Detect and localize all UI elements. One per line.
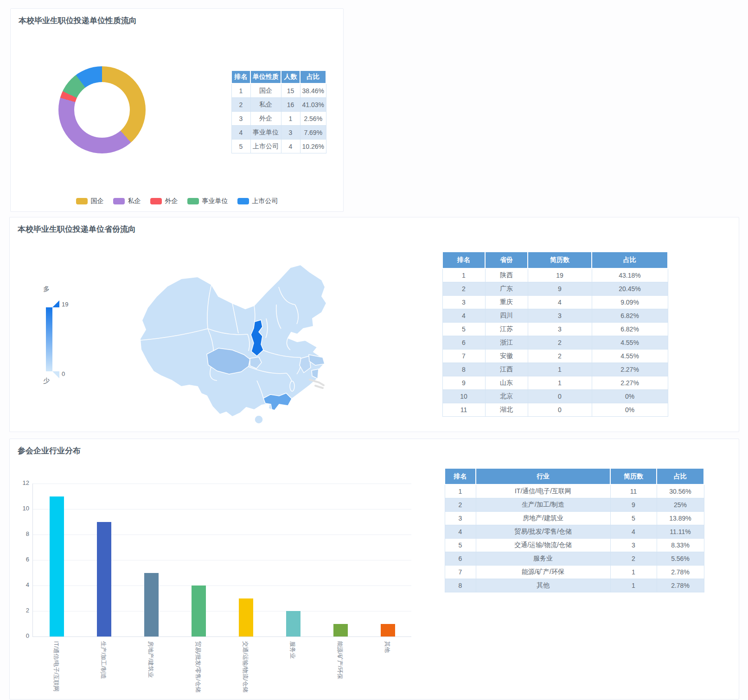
industry-bar[interactable] bbox=[97, 522, 111, 637]
table-row: 8江西12.27% bbox=[442, 363, 668, 376]
table-cell: 7 bbox=[442, 350, 485, 363]
table-cell: 19 bbox=[528, 268, 592, 282]
industry-bar[interactable] bbox=[192, 585, 206, 636]
table-cell: 房地产/建筑业 bbox=[476, 512, 610, 525]
visualmap-min-handle[interactable] bbox=[52, 371, 59, 378]
table-row: 2私企1641.03% bbox=[231, 98, 326, 112]
table-row: 9山东12.27% bbox=[442, 376, 668, 390]
y-axis-tick-label: 2 bbox=[10, 607, 29, 614]
table-cell: 25% bbox=[657, 498, 704, 512]
table-row: 7安徽24.55% bbox=[442, 350, 668, 363]
table-cell: 4.55% bbox=[592, 350, 668, 363]
table-cell: 2.56% bbox=[300, 112, 326, 126]
legend-item[interactable]: 上市公司 bbox=[237, 197, 278, 205]
table-row: 4事业单位37.69% bbox=[231, 126, 326, 140]
table-cell: 服务业 bbox=[476, 552, 610, 566]
table-cell: 2.78% bbox=[657, 566, 704, 579]
table-cell: 4.55% bbox=[592, 336, 668, 350]
panel-industry-distribution: 参会企业行业分布 024681012IT/通信/电子/互联网生产/加工/制造房地… bbox=[9, 439, 739, 700]
table-cell: 0% bbox=[592, 403, 668, 417]
gridline bbox=[33, 585, 411, 586]
table-cell: 5 bbox=[610, 512, 657, 525]
visualmap-max-handle[interactable] bbox=[52, 300, 59, 307]
industry-bar[interactable] bbox=[239, 598, 253, 637]
table-cell: 4 bbox=[445, 525, 476, 539]
legend-item[interactable]: 国企 bbox=[76, 197, 104, 205]
donut-legend: 国企私企外企事业单位上市公司 bbox=[11, 197, 343, 205]
industry-bar[interactable] bbox=[50, 496, 64, 637]
visualmap-gradient-bar[interactable] bbox=[46, 307, 52, 371]
industry-bar[interactable] bbox=[381, 624, 395, 637]
dashboard-page: 本校毕业生职位投递单位性质流向 排名单位性质人数占比1国企1538.46%2私企… bbox=[0, 0, 748, 700]
legend-item[interactable]: 事业单位 bbox=[187, 197, 228, 205]
table-header-row: 排名行业简历数占比 bbox=[445, 468, 704, 484]
table-cell: 3 bbox=[528, 309, 592, 323]
table-cell: 山东 bbox=[485, 376, 528, 390]
china-map[interactable] bbox=[137, 259, 332, 428]
table-cell: 7 bbox=[445, 566, 476, 579]
table-cell: 其他 bbox=[476, 579, 610, 592]
table-row: 3外企12.56% bbox=[231, 112, 326, 126]
table-cell: 11 bbox=[442, 403, 485, 417]
table-cell: 2 bbox=[528, 350, 592, 363]
unit-nature-donut-chart[interactable] bbox=[58, 66, 146, 153]
industry-bar[interactable] bbox=[333, 624, 348, 637]
column-header: 人数 bbox=[281, 70, 300, 83]
table-cell: 4 bbox=[442, 309, 485, 323]
table-cell: 交通/运输/物流/仓储 bbox=[476, 539, 610, 552]
table-row: 10北京00% bbox=[442, 390, 668, 403]
table-cell: 3 bbox=[528, 323, 592, 336]
bar-plot-area[interactable] bbox=[32, 484, 411, 637]
legend-swatch-icon bbox=[150, 198, 162, 204]
table-row: 6服务业25.56% bbox=[445, 552, 704, 566]
table-cell: 浙江 bbox=[485, 336, 528, 350]
legend-label: 私企 bbox=[128, 197, 141, 205]
legend-item[interactable]: 外企 bbox=[150, 197, 178, 205]
table-cell: IT/通信/电子/互联网 bbox=[476, 484, 610, 498]
table-row: 2生产/加工/制造925% bbox=[445, 498, 704, 512]
legend-label: 外企 bbox=[165, 197, 178, 205]
table-cell: 5 bbox=[442, 323, 485, 336]
china-map-base[interactable] bbox=[140, 265, 326, 417]
table-cell: 1 bbox=[610, 566, 657, 579]
table-cell: 事业单位 bbox=[250, 126, 281, 140]
table-row: 5上市公司410.26% bbox=[231, 140, 326, 153]
table-cell: 6 bbox=[445, 552, 476, 566]
table-row: 3房地产/建筑业513.89% bbox=[445, 512, 704, 525]
table-cell: 16 bbox=[281, 98, 300, 112]
province-table: 排名省份简历数占比1陕西1943.18%2广东920.45%3重庆49.09%4… bbox=[442, 251, 668, 417]
gridline bbox=[33, 484, 411, 484]
panel-title-unit-nature: 本校毕业生职位投递单位性质流向 bbox=[19, 15, 137, 26]
industry-bar[interactable] bbox=[286, 611, 300, 636]
table-cell: 11 bbox=[610, 484, 657, 498]
visualmap-low-label: 少 bbox=[43, 377, 50, 385]
table-cell: 国企 bbox=[250, 83, 281, 98]
table-cell: 1 bbox=[442, 268, 485, 282]
table-cell: 4 bbox=[528, 296, 592, 309]
industry-bar[interactable] bbox=[144, 573, 159, 637]
table-row: 1国企1538.46% bbox=[231, 83, 326, 98]
province-guangdong[interactable] bbox=[263, 393, 292, 410]
column-header: 排名 bbox=[445, 468, 476, 484]
column-header: 简历数 bbox=[528, 252, 592, 268]
table-cell: 30.56% bbox=[657, 484, 704, 498]
table-header-row: 排名单位性质人数占比 bbox=[231, 70, 326, 83]
island-hainan[interactable] bbox=[255, 415, 263, 424]
visualmap-high-label: 多 bbox=[43, 285, 50, 293]
table-cell: 10.26% bbox=[300, 140, 326, 153]
table-cell: 43.18% bbox=[592, 268, 668, 282]
table-cell: 3 bbox=[610, 539, 657, 552]
table-cell: 贸易/批发/零售/仓储 bbox=[476, 525, 610, 539]
y-axis-tick-label: 12 bbox=[10, 479, 29, 486]
table-cell: 5 bbox=[231, 140, 250, 153]
column-header: 简历数 bbox=[610, 468, 657, 484]
visualmap-max-handle-triangle bbox=[52, 300, 59, 307]
table-cell: 2.27% bbox=[592, 363, 668, 376]
legend-item[interactable]: 私企 bbox=[113, 197, 141, 205]
table-cell: 38.46% bbox=[300, 83, 326, 98]
table-cell: 1 bbox=[281, 112, 300, 126]
table-cell: 8 bbox=[445, 579, 476, 592]
table-cell: 湖北 bbox=[485, 403, 528, 417]
island-taiwan[interactable] bbox=[290, 381, 294, 391]
table-cell: 上市公司 bbox=[250, 140, 281, 153]
